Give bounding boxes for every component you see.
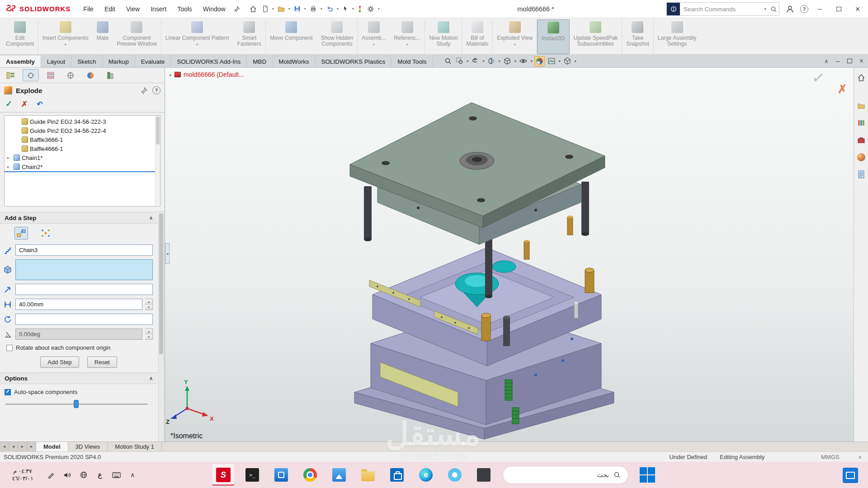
edge-app-button[interactable]: [415, 464, 437, 486]
custom-properties-icon[interactable]: [856, 169, 867, 180]
chrome-app-button[interactable]: [299, 464, 321, 486]
appearances-icon[interactable]: [856, 152, 867, 163]
dark-app-button[interactable]: [473, 464, 495, 486]
section-view-caret-icon[interactable]: ▾: [499, 59, 500, 63]
reset-button[interactable]: Reset: [87, 357, 117, 368]
menu-item[interactable]: File: [78, 0, 99, 18]
tab-nav-first-icon[interactable]: ◄: [0, 442, 9, 451]
close-window-button[interactable]: ×: [850, 0, 865, 18]
user-account-icon[interactable]: [783, 2, 797, 16]
displaymanager-tab[interactable]: [82, 69, 99, 81]
undo-step-button[interactable]: ↶: [37, 100, 42, 108]
dropdown-caret-icon[interactable]: ▾: [514, 42, 516, 47]
panel-scrollbar-thumb[interactable]: [159, 213, 163, 354]
rotate-origin-checkbox[interactable]: [6, 345, 13, 351]
statusbar-expand-icon[interactable]: ∧: [859, 455, 862, 460]
blue-window-app-button[interactable]: [270, 464, 292, 486]
select-caret-icon[interactable]: ▾: [351, 7, 355, 11]
ribbon-button[interactable]: Update SpeedPak Subassemblies ▾: [570, 19, 622, 54]
tree-item[interactable]: ▸ Baffle3666-1: [5, 135, 160, 144]
ribbon-button[interactable]: Take Snapshot ▾: [622, 19, 654, 54]
pen-settings-icon[interactable]: [43, 465, 59, 484]
tree-item[interactable]: ▸ Guide Pin2 EG2 34-56-222-3: [5, 117, 160, 126]
document-tab[interactable]: Motion Study 1: [108, 442, 162, 451]
select-button[interactable]: [340, 3, 351, 15]
ribbon-button[interactable]: Linear Component Pattern ▾: [161, 19, 233, 54]
document-tab[interactable]: Model: [36, 442, 68, 451]
store-app-button[interactable]: [386, 464, 408, 486]
commandmanager-tab[interactable]: Markup: [103, 56, 135, 67]
open-button[interactable]: [275, 3, 287, 15]
pin-menu-icon[interactable]: [231, 6, 243, 12]
spin-down-icon[interactable]: ▾: [145, 304, 152, 310]
document-tab[interactable]: 3D Views: [68, 442, 108, 451]
tree-item[interactable]: ▸ Chain1*: [5, 153, 160, 162]
photos-app-button[interactable]: [328, 464, 350, 486]
print-caret-icon[interactable]: ▾: [320, 7, 323, 11]
minimize-window-button[interactable]: ─: [812, 0, 827, 18]
components-selection-box[interactable]: [15, 259, 153, 280]
add-step-button[interactable]: Add Step: [40, 357, 79, 368]
moldworks-manager-tab[interactable]: [102, 69, 118, 81]
distance-input[interactable]: 40.00mm: [15, 299, 142, 310]
ribbon-button[interactable]: Bill of Materials ▾: [462, 19, 493, 54]
menu-item[interactable]: Edit: [99, 0, 121, 18]
dropdown-caret-icon[interactable]: ▾: [65, 42, 66, 47]
ribbon-button[interactable]: Smart Fasteners ▾: [233, 19, 266, 54]
network-globe-icon[interactable]: [76, 465, 91, 484]
apply-scene-icon[interactable]: [547, 56, 557, 66]
slider-thumb[interactable]: [74, 400, 79, 408]
terminal-app-button[interactable]: >_: [241, 464, 263, 486]
angle-spinner[interactable]: ▴ ▾: [145, 328, 153, 340]
toolbox-icon[interactable]: [856, 135, 867, 145]
view-orientation-icon[interactable]: [562, 56, 572, 66]
zoom-caret-icon[interactable]: ▾: [467, 59, 469, 63]
tab-nav-next-icon[interactable]: ►: [18, 442, 27, 451]
spin-down-icon[interactable]: ▾: [145, 334, 152, 339]
search-commands-box[interactable]: Search Commands ▾: [666, 2, 779, 16]
breadcrumb-expander-icon[interactable]: ▸: [170, 72, 172, 77]
ribbon-button[interactable]: Insert Components ▾: [38, 19, 92, 54]
ribbon-button[interactable]: Component Preview Window ▾: [113, 19, 161, 54]
cancel-button[interactable]: ✗: [21, 99, 28, 109]
commandmanager-tab[interactable]: Assembly: [0, 56, 41, 67]
commandmanager-tab[interactable]: SOLIDWORKS Add-Ins: [171, 56, 247, 67]
display-style-caret-icon[interactable]: ▾: [514, 59, 516, 63]
doc-minimize-icon[interactable]: ─: [835, 58, 840, 65]
rebuild-button[interactable]: [355, 3, 364, 15]
hide-show-caret-icon[interactable]: ▾: [531, 59, 533, 63]
menu-item[interactable]: Insert: [145, 0, 172, 18]
ribbon-button[interactable]: Edit Component ▾: [2, 19, 38, 54]
tree-item[interactable]: ▸ Guide Pin2 EG2 34-56-222-4: [5, 126, 160, 135]
mold-assembly-3d[interactable]: Y X Z *Isometric: [165, 68, 854, 441]
commandmanager-tab[interactable]: MoldWorks: [273, 56, 315, 67]
commandmanager-tab[interactable]: Evaluate: [135, 56, 171, 67]
spin-up-icon[interactable]: ▴: [145, 299, 152, 304]
doc-restore-icon[interactable]: [847, 59, 852, 63]
panel-splitter-handle[interactable]: ◂: [165, 243, 170, 264]
ribbon-button[interactable]: Instant3D ▾: [537, 19, 569, 54]
radial-step-button[interactable]: [39, 227, 52, 239]
ribbon-button[interactable]: Exploded View ▾: [493, 19, 537, 54]
ribbon-button[interactable]: New Motion Study ▾: [425, 19, 462, 54]
section-view-icon[interactable]: [486, 56, 496, 66]
ribbon-button[interactable]: Move Component ▾: [266, 19, 317, 54]
restore-window-button[interactable]: [831, 0, 846, 18]
dropdown-caret-icon[interactable]: ▾: [406, 42, 408, 47]
undo-button[interactable]: [324, 3, 335, 15]
previous-view-caret-icon[interactable]: ▾: [483, 59, 485, 63]
menu-item[interactable]: View: [121, 0, 145, 18]
spin-up-icon[interactable]: ▴: [145, 329, 152, 334]
new-caret-icon[interactable]: ▾: [271, 7, 275, 11]
ribbon-button[interactable]: Referenc... ▾: [390, 19, 425, 54]
commandmanager-tab[interactable]: Layout: [41, 56, 72, 67]
commandmanager-tab[interactable]: MBD: [247, 56, 273, 67]
featuremanager-tab[interactable]: [3, 69, 19, 81]
print-button[interactable]: [307, 3, 319, 15]
search-commands-input[interactable]: Search Commands: [680, 6, 762, 13]
commandmanager-tab[interactable]: SOLIDWORKS Plastics: [316, 56, 392, 67]
undo-caret-icon[interactable]: ▾: [336, 7, 340, 11]
direction-input[interactable]: [15, 284, 153, 295]
menu-item[interactable]: Window: [198, 0, 231, 18]
propertymanager-tab[interactable]: [23, 69, 39, 81]
